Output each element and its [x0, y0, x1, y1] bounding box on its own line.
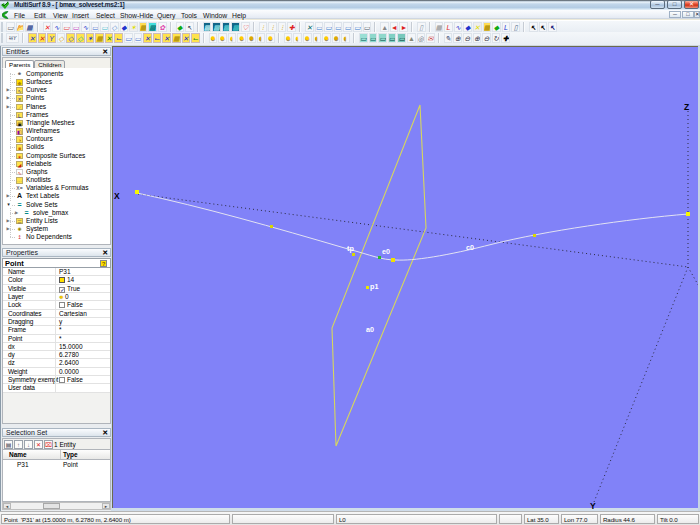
svg-text:X: X [114, 191, 120, 201]
svg-text:e0: e0 [382, 247, 390, 256]
svg-text:p1: p1 [370, 282, 378, 291]
svg-text:Y: Y [590, 501, 596, 511]
svg-text:c0: c0 [466, 243, 474, 252]
svg-text:a0: a0 [366, 325, 374, 334]
svg-text:tp: tp [347, 244, 354, 253]
svg-text:Z: Z [684, 102, 689, 112]
